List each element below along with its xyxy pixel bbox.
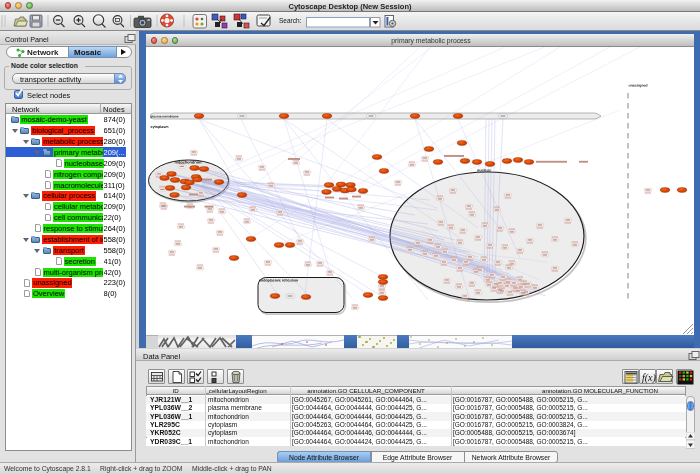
svg-text:Search:: Search: (279, 16, 302, 23)
svg-text:f(x): f(x) (642, 372, 657, 384)
